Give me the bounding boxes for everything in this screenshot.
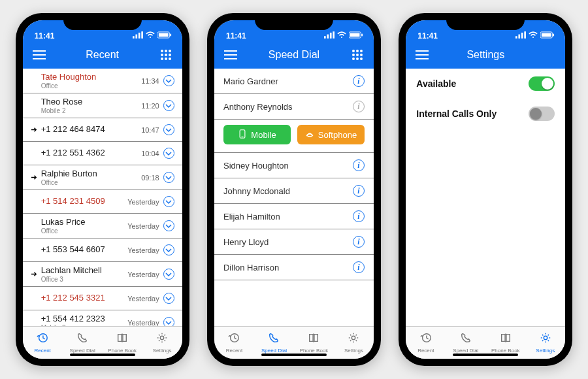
home-indicator xyxy=(453,354,518,356)
battery-icon xyxy=(157,31,172,41)
tab-settings[interactable]: Settings xyxy=(334,327,374,359)
navbar: Settings xyxy=(406,41,565,69)
speeddial-icon xyxy=(76,332,88,346)
page-title: Recent xyxy=(86,49,119,61)
recent-row[interactable]: +1 514 231 4509Yesterday xyxy=(23,190,182,214)
settings-row: Available xyxy=(406,69,565,99)
expand-button[interactable] xyxy=(163,172,174,183)
info-button[interactable]: i xyxy=(353,159,365,171)
speeddial-row[interactable]: Anthony Reynoldsi xyxy=(214,94,374,120)
menu-button[interactable] xyxy=(223,48,238,62)
recent-row[interactable]: Lukas PriceOfficeYesterday xyxy=(23,214,182,239)
call-name: +1 514 231 4509 xyxy=(41,197,127,206)
expand-button[interactable] xyxy=(163,220,174,231)
contact-name: Johnny Mcdonald xyxy=(223,186,353,196)
expand-button[interactable] xyxy=(163,100,174,111)
expand-button[interactable] xyxy=(163,244,174,255)
tab-label: Phone Book xyxy=(300,348,329,354)
tab-settings[interactable]: Settings xyxy=(525,327,565,359)
recent-row[interactable]: Tate HoughtonOffice11:34 xyxy=(23,69,182,93)
speeddial-row[interactable]: Henry Lloydi xyxy=(214,229,374,255)
phonebook-icon xyxy=(308,332,319,346)
call-mobile-label: Mobile xyxy=(251,130,276,140)
recent-row[interactable]: +1 553 544 6607Yesterday xyxy=(23,239,182,262)
menu-button[interactable] xyxy=(32,48,46,62)
svg-rect-24 xyxy=(330,33,332,39)
svg-point-59 xyxy=(544,336,547,339)
call-subtitle: Office 3 xyxy=(41,276,127,283)
info-button[interactable]: i xyxy=(353,185,365,197)
expand-button[interactable] xyxy=(163,196,174,207)
recent-row[interactable]: Theo RoseMobile 211:20 xyxy=(23,93,182,118)
phonebook-icon xyxy=(500,332,512,346)
tab-label: Settings xyxy=(153,348,172,354)
call-mobile-button[interactable]: Mobile xyxy=(223,125,291,144)
setting-toggle[interactable] xyxy=(529,76,555,91)
info-button[interactable]: i xyxy=(353,210,365,222)
recent-row[interactable]: Lachlan MitchellOffice 3Yesterday xyxy=(23,262,182,287)
call-options-panel: MobileSoftphone xyxy=(214,120,374,153)
tab-label: Phone Book xyxy=(108,348,137,354)
call-softphone-label: Softphone xyxy=(318,130,357,140)
call-subtitle: Office xyxy=(41,228,127,235)
svg-rect-48 xyxy=(519,35,521,39)
tab-label: Speed Dial xyxy=(453,348,478,354)
call-softphone-button[interactable]: Softphone xyxy=(297,125,365,144)
tab-recent[interactable]: Recent xyxy=(214,327,254,359)
contact-name: Dillon Harrison xyxy=(223,263,353,272)
expand-button[interactable] xyxy=(163,317,174,326)
info-button[interactable]: i xyxy=(353,236,365,248)
info-button: i xyxy=(353,101,365,112)
svg-point-19 xyxy=(169,58,171,60)
call-time: Yesterday xyxy=(127,246,159,254)
speeddial-list: Mario GardneriAnthony ReynoldsiMobileSof… xyxy=(214,69,374,326)
expand-button[interactable] xyxy=(163,269,174,280)
keypad-button[interactable] xyxy=(350,48,365,62)
call-name: Theo Rose xyxy=(41,97,141,107)
signal-icon xyxy=(133,31,143,41)
phone-mock: 11:41 Settings AvailableInternal Calls O… xyxy=(399,13,572,366)
speeddial-row[interactable]: Dillon Harrisoni xyxy=(214,255,374,280)
setting-label: Available xyxy=(416,78,456,89)
signal-icon xyxy=(324,31,335,41)
call-name: +1 554 412 2323 xyxy=(41,314,127,324)
recent-row[interactable]: +1 554 412 2323Mobile 2Yesterday xyxy=(23,310,182,326)
menu-button[interactable] xyxy=(415,48,429,62)
svg-rect-44 xyxy=(308,136,312,137)
recent-row[interactable]: +1 212 551 436210:04 xyxy=(23,142,182,165)
contact-name: Henry Lloyd xyxy=(223,237,353,247)
expand-button[interactable] xyxy=(163,75,174,86)
tab-label: Settings xyxy=(536,348,555,354)
tab-settings[interactable]: Settings xyxy=(142,327,182,359)
speeddial-row[interactable]: Sidney Houghtoni xyxy=(214,153,374,178)
recent-row[interactable]: +1 212 464 847410:47 xyxy=(23,118,182,142)
contact-name: Sidney Houghton xyxy=(223,161,353,171)
speeddial-row[interactable]: Elijah Hamiltoni xyxy=(214,204,374,229)
speeddial-icon xyxy=(460,332,472,346)
call-time: 10:47 xyxy=(141,126,159,134)
speeddial-row[interactable]: Johnny Mcdonaldi xyxy=(214,178,374,204)
setting-toggle[interactable] xyxy=(529,107,555,121)
expand-button[interactable] xyxy=(163,293,174,304)
call-name: +1 212 464 8474 xyxy=(41,125,141,135)
contact-name: Elijah Hamilton xyxy=(223,212,353,222)
svg-rect-50 xyxy=(525,31,527,39)
expand-button[interactable] xyxy=(163,124,174,135)
keypad-button[interactable] xyxy=(159,48,173,62)
outgoing-icon xyxy=(31,124,39,136)
info-button[interactable]: i xyxy=(353,261,365,273)
home-indicator xyxy=(261,354,327,356)
tab-recent[interactable]: Recent xyxy=(23,327,63,359)
speeddial-row[interactable]: Mario Gardneri xyxy=(214,69,374,94)
expand-button[interactable] xyxy=(163,148,174,159)
svg-point-38 xyxy=(360,54,363,56)
speeddial-icon xyxy=(268,332,280,346)
navbar: Recent xyxy=(23,41,182,69)
svg-rect-7 xyxy=(170,34,171,37)
info-button[interactable]: i xyxy=(353,75,365,87)
recent-row[interactable]: +1 212 545 3321Yesterday xyxy=(23,287,182,310)
recent-row[interactable]: Ralphie BurtonOffice09:18 xyxy=(23,165,182,190)
outgoing-icon xyxy=(31,269,39,280)
tab-recent[interactable]: Recent xyxy=(406,327,446,359)
svg-point-37 xyxy=(356,54,359,56)
